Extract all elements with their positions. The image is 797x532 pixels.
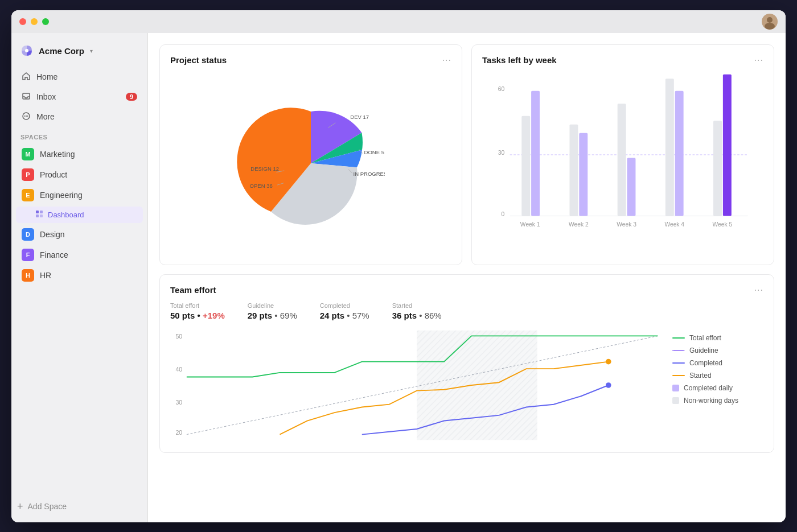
svg-point-0 — [767, 17, 773, 23]
legend-total-effort: Total effort — [672, 334, 763, 342]
sidebar-item-design[interactable]: D Design — [16, 224, 143, 245]
svg-text:DESIGN 12: DESIGN 12 — [250, 166, 279, 172]
sidebar-item-engineering[interactable]: E Engineering — [16, 185, 143, 205]
svg-text:DEV 17: DEV 17 — [350, 114, 369, 120]
tasks-more-button[interactable]: ··· — [754, 55, 763, 65]
brand-name: Acme Corp — [39, 46, 84, 56]
engineering-label: Engineering — [40, 191, 83, 200]
project-status-card: Project status ··· — [159, 44, 462, 265]
hr-avatar: H — [22, 269, 34, 282]
guideline-pct: • 69% — [274, 311, 297, 320]
close-button[interactable] — [19, 18, 26, 25]
legend-started-label: Started — [689, 372, 712, 380]
tasks-by-week-card: Tasks left by week ··· 60 30 0 — [471, 44, 774, 265]
sidebar-item-marketing[interactable]: M Marketing — [16, 144, 143, 164]
w2-bar1 — [569, 124, 578, 216]
minimize-button[interactable] — [31, 18, 38, 25]
completed-pct: • 57% — [347, 311, 369, 320]
sidebar-item-inbox[interactable]: Inbox 9 — [16, 87, 143, 107]
svg-rect-9 — [40, 211, 43, 213]
sidebar: Acme Corp ▾ Home — [11, 33, 148, 522]
brand-button[interactable]: Acme Corp ▾ — [11, 40, 147, 67]
sidebar-item-home[interactable]: Home — [16, 67, 143, 87]
bar-chart: 60 30 0 — [482, 72, 763, 237]
svg-text:Week 3: Week 3 — [617, 221, 636, 228]
legend-line-completed — [672, 362, 685, 364]
legend-line-guideline — [672, 350, 685, 351]
project-status-title: Project status — [170, 55, 227, 65]
inbox-icon — [22, 92, 31, 102]
project-status-more-button[interactable]: ··· — [442, 55, 451, 65]
svg-text:Week 1: Week 1 — [520, 221, 540, 228]
maximize-button[interactable] — [42, 18, 49, 25]
svg-text:20: 20 — [175, 428, 182, 435]
sidebar-nav: Home Inbox 9 — [11, 67, 147, 127]
dashboard-icon — [35, 210, 43, 220]
svg-point-2 — [25, 49, 28, 52]
sidebar-item-inbox-label: Inbox — [36, 92, 56, 101]
effort-stats-row: Total effort 50 pts • +19% Guideline 29 … — [170, 302, 763, 320]
svg-text:Week 4: Week 4 — [664, 221, 684, 228]
legend-completed: Completed — [672, 359, 763, 367]
team-effort-more-button[interactable]: ··· — [754, 285, 763, 295]
main-content: Project status ··· — [148, 33, 786, 522]
more-icon — [22, 112, 31, 122]
titlebar — [11, 10, 786, 33]
legend-nonworking-label: Non-working days — [684, 397, 738, 405]
svg-text:0: 0 — [502, 211, 505, 217]
sidebar-item-more[interactable]: More — [16, 107, 143, 127]
sidebar-item-hr[interactable]: H HR — [16, 265, 143, 286]
svg-text:DONE 5: DONE 5 — [364, 149, 384, 155]
inbox-badge: 9 — [126, 93, 137, 101]
top-cards-row: Project status ··· — [159, 44, 774, 265]
total-effort-value: 50 pts • +19% — [170, 311, 225, 320]
product-avatar: P — [22, 168, 34, 181]
effort-main-area: 50 40 30 20 — [170, 328, 763, 442]
legend-started: Started — [672, 372, 763, 380]
legend-total-label: Total effort — [689, 334, 721, 342]
project-status-header: Project status ··· — [170, 55, 451, 65]
total-effort-label: Total effort — [170, 302, 225, 309]
avatar[interactable] — [762, 14, 778, 30]
svg-rect-11 — [40, 215, 43, 217]
svg-text:50: 50 — [175, 333, 182, 340]
design-avatar: D — [22, 228, 34, 241]
total-effort-pct: +19% — [203, 311, 225, 320]
tasks-header: Tasks left by week ··· — [482, 55, 763, 65]
started-pct: • 86% — [419, 311, 441, 320]
effort-stat-started: Started 36 pts • 86% — [392, 302, 442, 320]
completed-endpoint — [606, 382, 611, 388]
w5-bar1 — [713, 121, 722, 216]
svg-point-5 — [24, 116, 26, 117]
effort-line-chart: 50 40 30 20 — [170, 328, 663, 442]
sidebar-item-dashboard[interactable]: Dashboard — [16, 207, 143, 223]
w4-bar2 — [675, 90, 684, 216]
effort-stat-completed: Completed 24 pts • 57% — [320, 302, 369, 320]
pie-chart: DEV 17 DONE 5 IN PROGRESS 5 OPEN 36 — [237, 89, 385, 237]
design-label: Design — [40, 230, 65, 239]
spaces-label: Spaces — [11, 127, 147, 144]
w2-bar2 — [579, 133, 588, 216]
sidebar-item-finance[interactable]: F Finance — [16, 245, 143, 265]
finance-avatar: F — [22, 249, 34, 261]
svg-rect-8 — [36, 211, 39, 213]
brand-icon — [20, 44, 34, 58]
legend-guideline: Guideline — [672, 347, 763, 354]
plus-icon: + — [17, 501, 23, 512]
svg-text:60: 60 — [498, 85, 505, 92]
team-effort-card: Team effort ··· Total effort 50 pts • +1… — [159, 274, 774, 453]
w5-bar2 — [723, 74, 732, 216]
w3-bar2 — [627, 158, 635, 216]
w3-bar1 — [618, 104, 626, 216]
svg-text:OPEN 36: OPEN 36 — [250, 183, 273, 189]
line-chart-svg: 50 40 30 20 — [170, 328, 663, 442]
add-space-label: Add Space — [28, 502, 67, 511]
spaces-list: M Marketing P Product E Engineering — [11, 144, 147, 497]
svg-text:Week 5: Week 5 — [713, 221, 733, 228]
pie-chart-container: DEV 17 DONE 5 IN PROGRESS 5 OPEN 36 — [170, 72, 451, 254]
svg-text:IN PROGRESS 5: IN PROGRESS 5 — [354, 170, 385, 176]
legend-non-working: Non-working days — [672, 397, 763, 405]
started-value: 36 pts • 86% — [392, 311, 442, 320]
add-space-button[interactable]: + Add Space — [11, 497, 147, 515]
sidebar-item-product[interactable]: P Product — [16, 164, 143, 185]
